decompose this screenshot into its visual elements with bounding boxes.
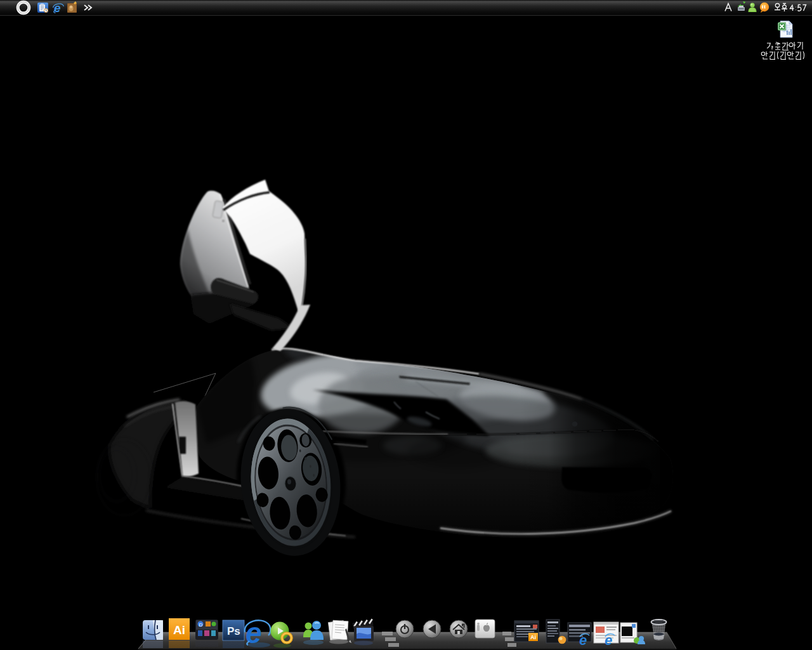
svg-text:Ai: Ai [173, 623, 185, 637]
svg-text:D: D [199, 622, 203, 628]
svg-text:Ai: Ai [530, 634, 536, 640]
svg-text:e: e [54, 1, 61, 15]
svg-text:Ps: Ps [227, 625, 240, 637]
